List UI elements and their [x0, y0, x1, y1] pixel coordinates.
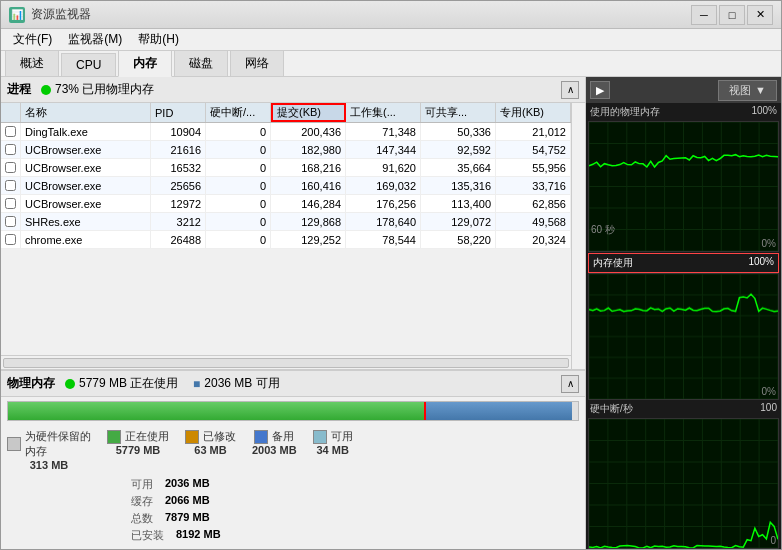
memory-bar-divider: [424, 402, 426, 420]
legend-inuse-color: [107, 430, 121, 444]
td-pid: 21616: [151, 141, 206, 158]
horizontal-scrollbar[interactable]: [1, 355, 571, 369]
table-row[interactable]: UCBrowser.exe 25656 0 160,416 169,032 13…: [1, 177, 571, 195]
stat-available-value: 2036 MB: [165, 477, 210, 492]
table-row[interactable]: DingTalk.exe 10904 0 200,436 71,348 50,3…: [1, 123, 571, 141]
graph3-header: 硬中断/秒 100: [586, 400, 781, 418]
memory-collapse-button[interactable]: ∧: [561, 375, 579, 393]
memory-square-icon: ■: [193, 377, 200, 391]
td-checkbox[interactable]: [1, 159, 21, 176]
vertical-scrollbar[interactable]: [571, 103, 585, 369]
tab-network[interactable]: 网络: [230, 50, 284, 76]
menu-help[interactable]: 帮助(H): [130, 29, 187, 50]
graph3-canvas: 0: [588, 418, 779, 549]
col-header-commit[interactable]: 提交(KB): [271, 103, 346, 122]
tab-overview[interactable]: 概述: [5, 50, 59, 76]
menu-monitor[interactable]: 监视器(M): [60, 29, 130, 50]
close-button[interactable]: ✕: [747, 5, 773, 25]
tab-bar: 概述 CPU 内存 磁盘 网络: [1, 51, 781, 77]
scroll-track[interactable]: [3, 358, 569, 368]
td-shareable: 35,664: [421, 159, 496, 176]
process-checkbox[interactable]: [5, 216, 16, 227]
memory-available: 2036 MB 可用: [204, 375, 279, 392]
process-collapse-button[interactable]: ∧: [561, 81, 579, 99]
tab-cpu[interactable]: CPU: [61, 53, 116, 76]
process-checkbox[interactable]: [5, 198, 16, 209]
legend-free-color: [313, 430, 327, 444]
col-header-hard[interactable]: 硬中断/...: [206, 103, 271, 122]
td-checkbox[interactable]: [1, 231, 21, 248]
td-hard-fault: 0: [206, 123, 271, 140]
td-working-set: 169,032: [346, 177, 421, 194]
graph2-pct-bottom: 0%: [762, 386, 776, 397]
col-header-shareable[interactable]: 可共享...: [421, 103, 496, 122]
td-private: 62,856: [496, 195, 571, 212]
td-private: 55,956: [496, 159, 571, 176]
legend-modified-value: 63 MB: [194, 444, 226, 456]
process-status-text: 73% 已用物理内存: [55, 81, 154, 98]
td-hard-fault: 0: [206, 141, 271, 158]
process-checkbox[interactable]: [5, 126, 16, 137]
maximize-button[interactable]: □: [719, 5, 745, 25]
table-row[interactable]: UCBrowser.exe 21616 0 182,980 147,344 92…: [1, 141, 571, 159]
td-private: 49,568: [496, 213, 571, 230]
table-row[interactable]: UCBrowser.exe 16532 0 168,216 91,620 35,…: [1, 159, 571, 177]
view-label: 视图: [729, 83, 751, 98]
td-checkbox[interactable]: [1, 141, 21, 158]
menu-file[interactable]: 文件(F): [5, 29, 60, 50]
td-private: 33,716: [496, 177, 571, 194]
process-checkbox[interactable]: [5, 162, 16, 173]
table-row[interactable]: SHRes.exe 3212 0 129,868 178,640 129,072…: [1, 213, 571, 231]
td-checkbox[interactable]: [1, 123, 21, 140]
graph1-time: 60 秒: [591, 223, 615, 237]
menu-bar: 文件(F) 监视器(M) 帮助(H): [1, 29, 781, 51]
minimize-button[interactable]: ─: [691, 5, 717, 25]
process-title: 进程: [7, 81, 31, 98]
graph1-pct-top: 100%: [751, 105, 777, 119]
memory-status-dot: [65, 379, 75, 389]
stat-total-label: 总数: [131, 511, 153, 526]
main-window: 📊 资源监视器 ─ □ ✕ 文件(F) 监视器(M) 帮助(H) 概述 CPU …: [0, 0, 782, 550]
col-header-pid[interactable]: PID: [151, 103, 206, 122]
left-panel: 进程 73% 已用物理内存 ∧ 名称 PID 硬中断/...: [1, 77, 586, 549]
graph1-header: 使用的物理内存 100%: [586, 103, 781, 121]
col-header-private[interactable]: 专用(KB): [496, 103, 571, 122]
legend-hardware-value: 313 MB: [30, 459, 69, 471]
td-commit: 182,980: [271, 141, 346, 158]
tab-memory[interactable]: 内存: [118, 50, 172, 77]
td-pid: 25656: [151, 177, 206, 194]
process-table-container: 名称 PID 硬中断/... 提交(KB) 工作集(... 可共享... 专用(…: [1, 103, 585, 369]
legend-modified-color: [185, 430, 199, 444]
legend-inuse-value: 5779 MB: [116, 444, 161, 456]
td-checkbox[interactable]: [1, 177, 21, 194]
td-working-set: 176,256: [346, 195, 421, 212]
table-row[interactable]: UCBrowser.exe 12972 0 146,284 176,256 11…: [1, 195, 571, 213]
col-header-name[interactable]: 名称: [21, 103, 151, 122]
td-pid: 12972: [151, 195, 206, 212]
col-header-working-set[interactable]: 工作集(...: [346, 103, 421, 122]
main-content: 进程 73% 已用物理内存 ∧ 名称 PID 硬中断/...: [1, 77, 781, 549]
expand-button[interactable]: ▶: [590, 81, 610, 99]
memory-section: 物理内存 5779 MB 正在使用 ■ 2036 MB 可用 ∧: [1, 369, 585, 549]
td-commit: 129,252: [271, 231, 346, 248]
td-working-set: 91,620: [346, 159, 421, 176]
td-name: chrome.exe: [21, 231, 151, 248]
td-shareable: 92,592: [421, 141, 496, 158]
memory-stats: 可用 2036 MB 缓存 2066 MB 总数 7879 MB 已安装: [1, 475, 585, 549]
td-checkbox[interactable]: [1, 213, 21, 230]
stat-cached-value: 2066 MB: [165, 494, 210, 509]
td-name: UCBrowser.exe: [21, 159, 151, 176]
process-checkbox[interactable]: [5, 144, 16, 155]
td-name: UCBrowser.exe: [21, 141, 151, 158]
memory-status: 5779 MB 正在使用 ■ 2036 MB 可用: [65, 375, 280, 392]
td-hard-fault: 0: [206, 177, 271, 194]
process-checkbox[interactable]: [5, 234, 16, 245]
tab-disk[interactable]: 磁盘: [174, 50, 228, 76]
view-button[interactable]: 视图 ▼: [718, 80, 777, 101]
table-row[interactable]: chrome.exe 26488 0 129,252 78,544 58,220…: [1, 231, 571, 249]
process-checkbox[interactable]: [5, 180, 16, 191]
td-checkbox[interactable]: [1, 195, 21, 212]
legend-standby-label: 备用: [272, 429, 294, 444]
legend-standby-value: 2003 MB: [252, 444, 297, 456]
graph1-label: 使用的物理内存: [590, 105, 660, 119]
